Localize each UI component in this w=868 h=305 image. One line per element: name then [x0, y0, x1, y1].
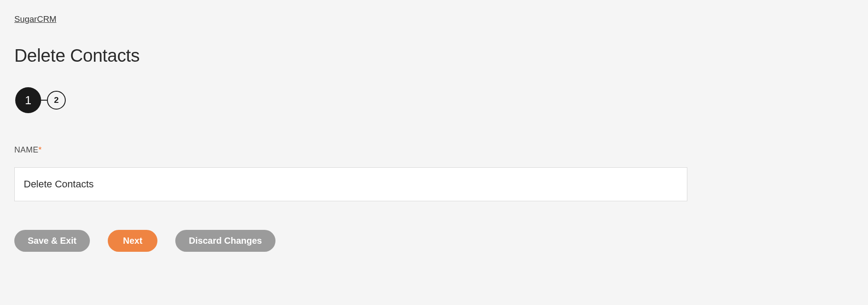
breadcrumb-link-sugarcrm[interactable]: SugarCRM	[14, 14, 56, 24]
wizard-step-connector	[41, 100, 47, 101]
wizard-steps: 1 2	[15, 87, 854, 113]
wizard-step-2[interactable]: 2	[47, 91, 66, 110]
name-label: NAME	[14, 145, 38, 154]
discard-changes-button[interactable]: Discard Changes	[175, 230, 275, 252]
name-input[interactable]	[14, 167, 687, 201]
required-asterisk: *	[38, 145, 42, 154]
form-group-name: NAME*	[14, 145, 854, 201]
page-title: Delete Contacts	[14, 46, 854, 66]
save-exit-button[interactable]: Save & Exit	[14, 230, 90, 252]
button-row: Save & Exit Next Discard Changes	[14, 230, 854, 252]
wizard-step-1[interactable]: 1	[15, 87, 41, 113]
next-button[interactable]: Next	[108, 230, 157, 252]
